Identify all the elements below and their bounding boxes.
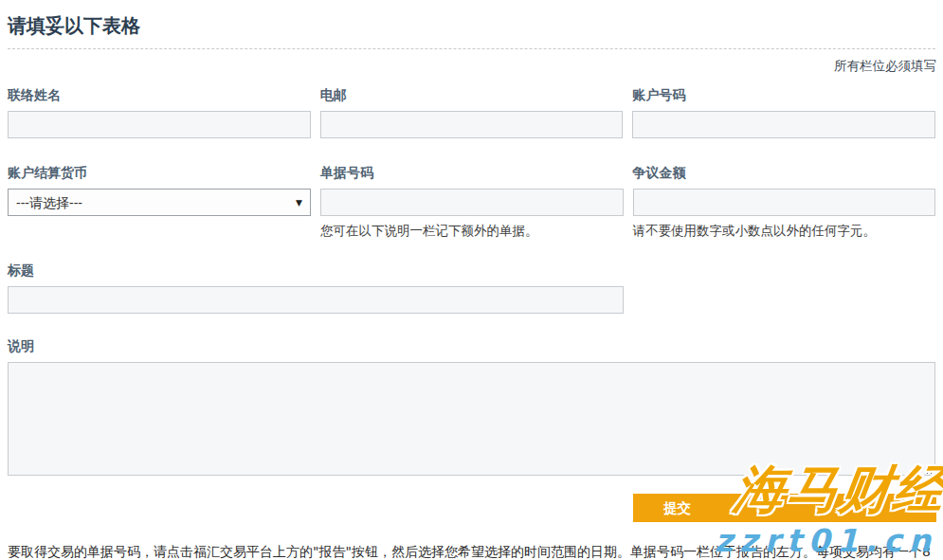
page-title: 请填妥以下表格 bbox=[8, 9, 935, 49]
ticket-number-field-group: 单据号码 您可在以下说明一栏记下额外的单据。 bbox=[320, 165, 624, 240]
form-row-2: 账户结算货币 ---请选择--- ▼ 单据号码 您可在以下说明一栏记下额外的单据… bbox=[8, 165, 935, 240]
ticket-number-label: 单据号码 bbox=[320, 165, 624, 182]
subject-input[interactable] bbox=[8, 286, 624, 314]
required-fields-note: 所有栏位必须填写 bbox=[8, 58, 936, 75]
form-row-4: 说明 bbox=[8, 338, 935, 479]
account-number-field-group: 账户号码 bbox=[632, 87, 935, 138]
account-number-input[interactable] bbox=[632, 111, 935, 138]
footer-instructions: 要取得交易的单据号码，请点击福汇交易平台上方的"报告"按钮，然后选择您希望选择的… bbox=[8, 541, 936, 560]
email-input[interactable] bbox=[320, 111, 624, 138]
subject-label: 标题 bbox=[8, 262, 624, 280]
form-row-1: 联络姓名 电邮 账户号码 bbox=[8, 87, 935, 138]
email-field-group: 电邮 bbox=[320, 87, 624, 138]
arrow-right-icon: → bbox=[911, 499, 923, 516]
submit-button-label: 提交 bbox=[663, 499, 691, 517]
form-row-3: 标题 bbox=[8, 262, 935, 314]
dispute-amount-field-group: 争议金额 请不要使用数字或小数点以外的任何字元。 bbox=[633, 165, 936, 240]
currency-field-group: 账户结算货币 ---请选择--- ▼ bbox=[8, 165, 311, 240]
description-label: 说明 bbox=[8, 338, 935, 355]
submit-row: 提交 → bbox=[8, 494, 936, 522]
ticket-number-input[interactable] bbox=[320, 189, 624, 216]
contact-name-field-group: 联络姓名 bbox=[8, 87, 311, 138]
contact-name-label: 联络姓名 bbox=[8, 87, 311, 104]
dispute-amount-label: 争议金额 bbox=[633, 165, 936, 182]
ticket-number-help: 您可在以下说明一栏记下额外的单据。 bbox=[320, 223, 624, 240]
email-label: 电邮 bbox=[320, 87, 624, 104]
submit-button[interactable]: 提交 → bbox=[633, 494, 936, 522]
currency-label: 账户结算货币 bbox=[8, 165, 311, 182]
currency-select[interactable]: ---请选择--- bbox=[8, 189, 311, 216]
contact-name-input[interactable] bbox=[8, 111, 311, 138]
account-number-label: 账户号码 bbox=[632, 87, 935, 104]
support-form-page: 请填妥以下表格 所有栏位必须填写 联络姓名 电邮 账户号码 账户结算货币 ---… bbox=[0, 0, 943, 560]
description-textarea[interactable] bbox=[8, 362, 935, 476]
dispute-amount-input[interactable] bbox=[633, 189, 936, 216]
currency-select-wrap: ---请选择--- ▼ bbox=[8, 189, 311, 216]
description-field-group: 说明 bbox=[8, 338, 935, 479]
dispute-amount-help: 请不要使用数字或小数点以外的任何字元。 bbox=[633, 223, 936, 240]
subject-field-group: 标题 bbox=[8, 262, 624, 314]
